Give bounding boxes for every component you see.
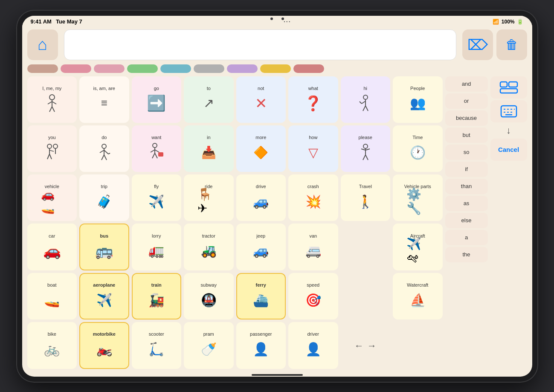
side-word-as[interactable]: as (445, 196, 488, 211)
side-word-because[interactable]: because (445, 110, 488, 126)
symbol-bus[interactable]: bus 🚌 (79, 224, 129, 270)
svg-point-13 (47, 144, 52, 148)
cat-tab-1[interactable] (27, 64, 58, 73)
cat-tab-8[interactable] (260, 64, 291, 73)
svg-point-0 (49, 95, 55, 100)
battery-icon: 🔋 (517, 19, 523, 25)
symbol-train[interactable]: train 🚂 (132, 273, 182, 319)
text-display[interactable] (64, 29, 456, 60)
cat-tab-6[interactable] (194, 64, 224, 73)
symbol-empty-1 (341, 224, 391, 270)
cancel-button[interactable]: Cancel (490, 139, 527, 161)
symbol-bike[interactable]: bike 🚲 (27, 322, 77, 369)
symbol-time[interactable]: Time 🕐 (393, 125, 443, 172)
symbol-speed[interactable]: speed 🎯 (288, 273, 338, 319)
symbol-trip[interactable]: trip 🧳 (79, 174, 129, 221)
symbol-aircraft[interactable]: Aircraft ✈️🛩 (393, 224, 443, 270)
side-word-else[interactable]: else (445, 213, 488, 228)
symbol-vehicle-parts[interactable]: Vehicle parts ⚙️🔧 (393, 174, 443, 221)
symbol-travel[interactable]: Travel 🚶 (341, 174, 391, 221)
svg-line-18 (47, 154, 49, 159)
svg-rect-40 (500, 82, 507, 87)
symbol-ferry[interactable]: ferry ⛴️ (236, 273, 286, 319)
svg-line-2 (48, 102, 52, 104)
symbol-subway[interactable]: subway 🚇 (184, 273, 234, 319)
symbol-hi[interactable]: hi (341, 76, 391, 123)
home-button[interactable]: ⌂ (27, 29, 58, 60)
symbol-do[interactable]: do (79, 125, 129, 172)
down-arrow-button[interactable]: ↓ (506, 125, 511, 136)
svg-line-37 (365, 149, 370, 150)
side-word-if[interactable]: if (445, 162, 488, 177)
symbol-jeep[interactable]: jeep 🚙 (236, 224, 286, 270)
keyboard-button[interactable] (490, 100, 527, 122)
symbol-passenger[interactable]: passenger 👤 (236, 322, 286, 369)
svg-line-23 (104, 150, 108, 154)
side-word-or[interactable]: or (445, 93, 488, 109)
svg-line-4 (49, 107, 52, 112)
toolbar: ⌂ ⌦ 🗑 (22, 28, 532, 63)
svg-point-20 (102, 144, 106, 148)
symbol-car[interactable]: car 🚗 (27, 224, 77, 270)
category-tabs (22, 63, 532, 75)
symbol-vehicle[interactable]: vehicle 🚗🚤 (27, 174, 77, 221)
symbol-how[interactable]: how ▽ (288, 125, 338, 172)
symbol-boat[interactable]: boat 🚤 (27, 273, 77, 319)
main-grid: I, me, my is, am, are ≡ go ➡️ to ↗ not (22, 75, 532, 372)
forward-arrow-button[interactable]: → (367, 340, 377, 351)
symbol-ride[interactable]: ride 🪑✈ (184, 174, 234, 221)
svg-point-27 (153, 143, 157, 148)
symbol-people[interactable]: People 👥 (393, 76, 443, 123)
symbol-driver[interactable]: driver 👤 (288, 322, 338, 369)
symbol-lorry[interactable]: lorry 🚛 (132, 224, 182, 270)
svg-point-34 (363, 144, 368, 148)
side-word-the[interactable]: the (445, 247, 488, 262)
symbol-empty-4 (393, 322, 443, 369)
symbol-motorbike[interactable]: motorbike 🏍️ (79, 322, 129, 369)
symbol-crash[interactable]: crash 💥 (288, 174, 338, 221)
symbol-to[interactable]: to ↗ (184, 76, 234, 123)
symbol-please[interactable]: please (341, 125, 391, 172)
symbol-aeroplane[interactable]: aeroplane ✈️ (79, 273, 129, 319)
symbol-scooter[interactable]: scooter 🛴 (132, 322, 182, 369)
symbol-is-am-are[interactable]: is, am, are ≡ (79, 76, 129, 123)
svg-line-31 (152, 153, 155, 158)
status-right: 📶 100% 🔋 (493, 19, 524, 25)
cat-tab-3[interactable] (94, 64, 125, 73)
symbol-van[interactable]: van 🚐 (288, 224, 338, 270)
backspace-button[interactable]: ⌦ (462, 29, 493, 60)
cat-tab-7[interactable] (227, 64, 258, 73)
svg-line-36 (361, 149, 365, 150)
svg-rect-41 (509, 82, 517, 87)
symbol-go[interactable]: go ➡️ (132, 76, 182, 123)
symbol-in[interactable]: in 📥 (184, 125, 234, 172)
side-word-so[interactable]: so (445, 145, 488, 160)
side-word-and[interactable]: and (445, 76, 488, 92)
layout-toggle-button[interactable] (490, 76, 527, 99)
symbol-you[interactable]: you (27, 125, 77, 172)
cat-tab-5[interactable] (160, 64, 191, 73)
svg-line-9 (362, 101, 365, 104)
cat-tab-9[interactable] (293, 64, 324, 73)
symbol-pram[interactable]: pram 🍼 (184, 322, 234, 369)
svg-line-32 (155, 153, 157, 158)
symbol-fly[interactable]: fly ✈️ (132, 174, 182, 221)
symbol-tractor[interactable]: tractor 🚜 (184, 224, 234, 270)
symbol-i-me-my[interactable]: I, me, my (27, 76, 77, 123)
symbol-drive[interactable]: drive 🚙 (236, 174, 286, 221)
svg-rect-42 (500, 89, 517, 93)
symbol-what[interactable]: what ❓ (288, 76, 338, 123)
svg-line-39 (365, 155, 368, 160)
cat-tab-2[interactable] (61, 64, 91, 73)
home-bar (252, 374, 303, 376)
delete-button[interactable]: 🗑 (496, 29, 527, 60)
side-word-than[interactable]: than (445, 179, 488, 194)
side-word-a[interactable]: a (445, 230, 488, 245)
symbol-want[interactable]: want (132, 125, 182, 172)
symbol-not[interactable]: not ✕ (236, 76, 286, 123)
symbol-watercraft[interactable]: Watercraft ⛵ (393, 273, 443, 319)
side-word-but[interactable]: but (445, 128, 488, 143)
back-arrow-button[interactable]: ← (354, 340, 364, 351)
cat-tab-4[interactable] (127, 64, 158, 73)
symbol-more[interactable]: more 🔶 (236, 125, 286, 172)
